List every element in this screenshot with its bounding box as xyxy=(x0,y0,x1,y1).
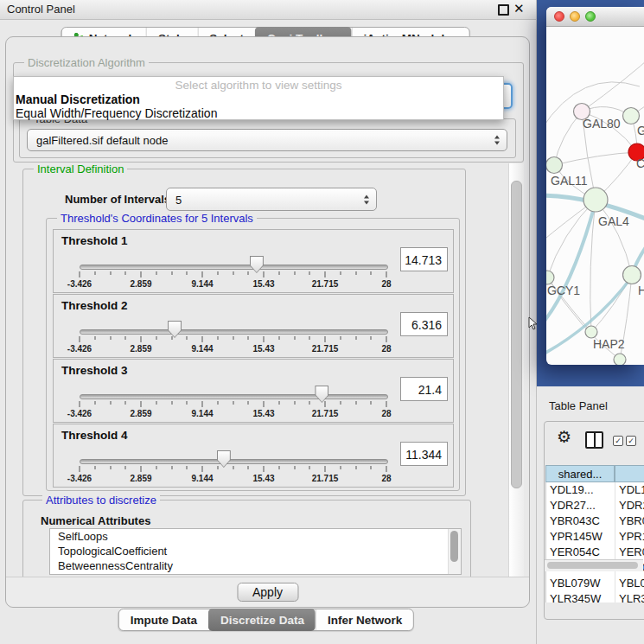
thresholds-group-title: Threshold's Coordinates for 5 Intervals xyxy=(57,212,257,225)
table-row[interactable]: YBL079WYBL0 xyxy=(546,576,644,591)
tab-infer-network[interactable]: Infer Network xyxy=(316,609,413,630)
tab-impute-data[interactable]: Impute Data xyxy=(119,609,208,630)
node-gal11[interactable] xyxy=(546,157,563,174)
zoom-traffic-light-icon[interactable] xyxy=(585,11,596,22)
tick-mark xyxy=(125,401,126,405)
slider-thumb[interactable] xyxy=(217,450,231,468)
tick-label: 2.859 xyxy=(130,474,151,483)
tick-mark xyxy=(264,401,265,407)
threshold-row-1: Threshold 1-3.4262.8599.14415.4321.71528… xyxy=(53,229,454,293)
table-data-group: Table Data galFiltered.sif default node xyxy=(19,118,516,158)
tick-label: 21.715 xyxy=(312,474,339,483)
node-partial[interactable] xyxy=(614,354,626,365)
tick-label: 2.859 xyxy=(130,344,151,354)
tick-mark xyxy=(355,336,356,340)
network-canvas[interactable]: GAL80GCGAL11GAL4GCY1HHAP2 xyxy=(546,26,644,365)
cell-shared-name: YLR345W xyxy=(550,592,601,603)
number-of-intervals-label: Number of Intervals xyxy=(65,193,170,206)
tick-mark xyxy=(141,271,142,277)
tick-mark xyxy=(187,466,188,469)
node-table: shared... n YDL19...YDL1YDR27...YDR2YBR0… xyxy=(545,465,644,614)
slider-thumb[interactable] xyxy=(315,386,328,403)
tick-mark xyxy=(202,271,203,277)
node-hap2[interactable] xyxy=(585,326,597,338)
threshold-label: Threshold 2 xyxy=(61,299,128,312)
tick-mark xyxy=(386,466,387,472)
slider-thumb[interactable] xyxy=(168,321,182,338)
list-item[interactable]: TopologicalCoefficient xyxy=(50,544,461,558)
tick-mark xyxy=(233,271,233,275)
algorithm-prompt-item[interactable]: Select algorithm to view settings xyxy=(14,79,503,92)
column-header-shared-name[interactable]: shared... xyxy=(545,465,615,482)
slider-thumb[interactable] xyxy=(250,256,264,273)
node-label-h: H xyxy=(638,284,644,297)
tick-mark xyxy=(217,401,218,405)
tick-mark xyxy=(248,336,249,340)
settings-scrollbar-thumb[interactable] xyxy=(511,181,522,488)
cell-name: YPR1 xyxy=(619,530,644,543)
number-of-intervals-combo[interactable]: 5 xyxy=(166,188,377,211)
tick-mark xyxy=(386,271,387,277)
algorithm-item-manual[interactable]: Manual Discretization xyxy=(16,92,501,106)
float-window-icon[interactable] xyxy=(498,4,509,16)
tick-mark xyxy=(80,336,80,342)
gear-icon[interactable]: ⚙ xyxy=(557,427,571,447)
node-gcy1[interactable] xyxy=(546,271,554,284)
table-row[interactable]: YER054CYER0 xyxy=(546,545,644,560)
node-g[interactable] xyxy=(623,108,640,124)
node-gal4[interactable] xyxy=(583,188,608,212)
tick-label: 15.43 xyxy=(252,409,274,418)
tick-mark xyxy=(156,336,156,340)
tick-mark xyxy=(156,466,156,469)
settings-vertical-scrollbar[interactable] xyxy=(508,163,524,577)
table-row[interactable]: YLR345WYLR3 xyxy=(546,591,644,603)
column-layout-icon[interactable] xyxy=(585,431,603,449)
tick-mark xyxy=(278,336,279,340)
list-scrollbar-thumb[interactable] xyxy=(450,531,458,562)
checkbox-icon[interactable]: ✓ xyxy=(613,436,623,446)
node-label-gal4: GAL4 xyxy=(598,214,629,228)
node-label-hap2: HAP2 xyxy=(593,337,625,351)
close-traffic-light-icon[interactable] xyxy=(554,11,564,22)
node-label-g: G xyxy=(637,124,644,137)
table-data-combo[interactable]: galFiltered.sif default node xyxy=(27,129,507,151)
tick-mark xyxy=(171,271,172,275)
numerical-attributes-list[interactable]: SelfLoopsTopologicalCoefficientBetweenne… xyxy=(49,528,462,575)
node-h[interactable] xyxy=(623,266,641,284)
table-horizontal-scrollbar[interactable] xyxy=(545,559,643,571)
table-row[interactable]: YBR043CYBR0 xyxy=(546,513,644,529)
tab-label: Infer Network xyxy=(328,614,402,627)
threshold-value-field[interactable]: 11.344 xyxy=(400,442,448,466)
threshold-value-field[interactable]: 21.4 xyxy=(400,377,448,401)
table-row[interactable]: YDR27...YDR2 xyxy=(546,498,644,513)
tick-label: 9.144 xyxy=(191,474,213,483)
network-window-titlebar xyxy=(546,7,644,27)
minimize-traffic-light-icon[interactable] xyxy=(570,11,580,22)
tick-mark xyxy=(156,271,156,275)
list-item[interactable]: SelfLoops xyxy=(50,529,461,544)
tick-mark xyxy=(110,336,111,340)
threshold-value-field[interactable]: 6.316 xyxy=(400,312,448,336)
table-scrollbar-thumb[interactable] xyxy=(547,562,638,569)
node-label-gcy1: GCY1 xyxy=(547,284,580,297)
threshold-label: Threshold 1 xyxy=(61,234,128,247)
tab-discretize-data[interactable]: Discretize Data xyxy=(208,609,316,631)
close-icon[interactable]: ✕ xyxy=(513,1,525,16)
table-row[interactable]: YPR145WYPR1 xyxy=(546,529,644,545)
column-header-name[interactable]: n xyxy=(615,465,644,482)
list-item[interactable]: BetweennessCentrality xyxy=(50,558,461,573)
checkbox-icon[interactable]: ✓ xyxy=(626,436,636,446)
algorithm-item-equal-width[interactable]: Equal Width/Frequency Discretization xyxy=(16,106,501,120)
tick-mark xyxy=(171,401,172,405)
tick-label: 15.43 xyxy=(252,279,274,289)
tick-mark xyxy=(217,336,218,340)
tick-mark xyxy=(110,466,111,469)
tick-mark xyxy=(248,271,249,275)
list-scrollbar[interactable] xyxy=(448,529,461,574)
panel-title: Control Panel xyxy=(7,3,75,16)
table-row[interactable]: YDL19...YDL1 xyxy=(546,482,644,498)
threshold-value-field[interactable]: 14.713 xyxy=(400,247,448,271)
apply-button[interactable]: Apply xyxy=(237,583,298,602)
tick-mark xyxy=(264,271,265,277)
numerical-attributes-label: Numerical Attributes xyxy=(41,514,150,527)
